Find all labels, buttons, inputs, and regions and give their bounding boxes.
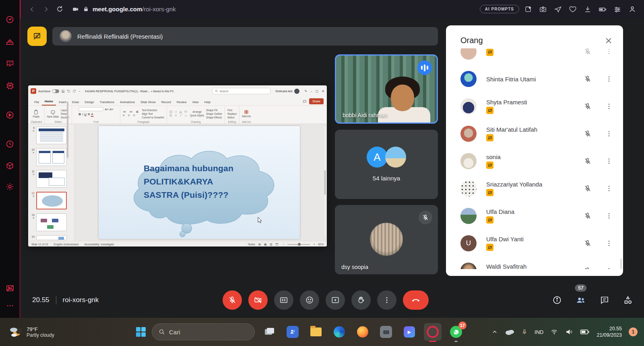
mic-off-icon[interactable]: [584, 267, 592, 269]
ppt-close-button[interactable]: ✕: [322, 89, 324, 93]
ppt-tab-design[interactable]: Design: [82, 99, 97, 106]
share-send-icon[interactable]: [552, 3, 564, 15]
ppt-minimize-button[interactable]: –: [310, 89, 312, 93]
zoom-in-button[interactable]: +: [313, 243, 315, 246]
clock-date[interactable]: 20.55 21/09/2023: [597, 325, 622, 338]
hide-images-icon[interactable]: [2, 280, 18, 296]
shape-fill-button[interactable]: Shape Fill: [206, 109, 222, 112]
slide-scrollbar[interactable]: [324, 126, 326, 237]
settings-gear-icon[interactable]: [2, 178, 18, 195]
ppt-tab-review[interactable]: Review: [174, 99, 190, 106]
text-direction-button[interactable]: Text Direction: [142, 109, 164, 112]
snapshot-camera-icon[interactable]: [537, 3, 549, 15]
autosave-toggle[interactable]: [52, 89, 59, 93]
cleaner-icon[interactable]: [2, 33, 18, 50]
more-options-button[interactable]: [605, 267, 613, 269]
profile-icon[interactable]: [626, 3, 638, 15]
lock-icon[interactable]: [83, 6, 89, 12]
tray-chevron-icon[interactable]: [491, 329, 498, 335]
wifi-icon[interactable]: [550, 328, 558, 336]
bold-button[interactable]: B: [78, 112, 81, 117]
slide-thumbnail-9[interactable]: 9★: [30, 126, 72, 144]
end-call-button[interactable]: [403, 290, 429, 310]
camera-app-icon[interactable]: [377, 323, 395, 341]
shape-effects-button[interactable]: Shape Effects: [206, 116, 222, 119]
weather-widget[interactable]: 79°F Partly cloudy: [9, 326, 54, 338]
reload-icon[interactable]: [53, 2, 66, 16]
quick-styles-button[interactable]: Quick Styles: [190, 114, 204, 117]
gx-corner-icon[interactable]: [2, 11, 18, 27]
teams-icon[interactable]: [284, 323, 301, 341]
play-media-icon[interactable]: [2, 107, 18, 123]
addins-button[interactable]: Add-ins: [242, 110, 251, 118]
chat-button[interactable]: [600, 295, 609, 305]
italic-button[interactable]: I: [82, 112, 83, 117]
mic-off-icon[interactable]: [584, 239, 592, 247]
opera-gx-icon[interactable]: [424, 323, 442, 341]
camera-permission-icon[interactable]: [72, 6, 79, 13]
video-tile-others[interactable]: A 54 lainnya: [335, 130, 438, 199]
ppt-comments-icon[interactable]: [303, 99, 307, 104]
language-indicator[interactable]: IND: [535, 329, 543, 335]
strikethrough-button[interactable]: S: [88, 112, 90, 117]
present-screen-button[interactable]: [326, 290, 345, 310]
new-slide-button[interactable]: New Slide: [47, 110, 59, 118]
select-button[interactable]: Select: [227, 116, 237, 119]
accessibility-status[interactable]: Accessibility: Investigate: [85, 243, 114, 246]
paste-button[interactable]: Paste: [33, 110, 40, 118]
ppt-tab-view[interactable]: View: [189, 99, 201, 106]
whatsapp-icon[interactable]: 17: [447, 323, 465, 341]
slide-thumbnail-13[interactable]: 13★: [30, 213, 72, 231]
mic-off-icon[interactable]: [584, 102, 592, 110]
people-panel-button[interactable]: 57: [576, 295, 586, 305]
video-tile-dsy-soopia[interactable]: dsy soopia: [335, 205, 438, 274]
ppt-account[interactable]: Reflinaldi Aldi: [276, 89, 299, 94]
battery-saver-icon[interactable]: [597, 3, 609, 15]
forward-icon[interactable]: [39, 2, 53, 16]
battery-icon[interactable]: [580, 329, 590, 335]
replace-button[interactable]: Replace: [227, 112, 237, 115]
more-options-button[interactable]: [605, 157, 613, 165]
more-options-button[interactable]: [605, 48, 613, 55]
presentation-muted-chip[interactable]: [27, 27, 47, 46]
ppt-tab-draw[interactable]: Draw: [69, 99, 82, 106]
zoom-level[interactable]: 82%: [318, 243, 324, 246]
ppt-tab-home[interactable]: Home: [42, 98, 56, 106]
notes-button[interactable]: Notes: [248, 243, 255, 246]
ppt-tab-transitions[interactable]: Transitions: [97, 99, 117, 106]
captions-button[interactable]: [274, 290, 293, 310]
view-buttons[interactable]: ▤ ▦ ▥ 🗖: [258, 243, 280, 246]
tray-mic-icon[interactable]: [521, 328, 528, 336]
address-bar[interactable]: meet.google.com/roi-xors-gnk: [72, 6, 176, 13]
gx-mods-chip-icon[interactable]: [2, 78, 18, 94]
back-icon[interactable]: [25, 2, 39, 16]
font-name-box[interactable]: [78, 107, 103, 111]
video-tile-speaker[interactable]: bobbi Aidi rahman: [335, 54, 438, 124]
taskbar-search[interactable]: Cari: [152, 323, 255, 340]
ppt-share-button[interactable]: Share: [309, 98, 324, 104]
more-options-button[interactable]: [605, 130, 613, 137]
easy-setup-icon[interactable]: [522, 3, 534, 15]
align-text-button[interactable]: Align Text: [142, 112, 164, 115]
twitch-icon[interactable]: [2, 56, 18, 72]
more-options-button[interactable]: [605, 212, 613, 220]
sidebar-more-icon[interactable]: [2, 298, 18, 314]
zoom-out-button[interactable]: −: [283, 243, 284, 246]
settings-sliders-icon[interactable]: [611, 3, 623, 15]
ppt-draw-icon[interactable]: ✎: [305, 89, 308, 93]
file-explorer-icon[interactable]: [307, 323, 325, 341]
close-icon[interactable]: [605, 37, 613, 45]
download-icon[interactable]: [582, 3, 594, 15]
edge-icon[interactable]: [330, 323, 348, 341]
raise-hand-button[interactable]: [351, 290, 371, 310]
ppt-tab-animations[interactable]: Animations: [117, 99, 138, 106]
zoom-slider[interactable]: [287, 244, 310, 245]
history-clock-icon[interactable]: [2, 136, 18, 152]
extensions-cube-icon[interactable]: [2, 157, 18, 174]
presenter-banner[interactable]: Reflinaldi Reflinaldi (Presentasi): [52, 27, 438, 46]
mic-off-icon[interactable]: [584, 130, 592, 138]
quick-access-toolbar[interactable]: ⌄: [61, 89, 80, 93]
find-button[interactable]: Find: [227, 109, 237, 112]
shapes-gallery[interactable]: ▢ ○ △ ⬭◇ ☆ ⟋ ⌒: [169, 110, 188, 117]
ppt-tab-help[interactable]: Help: [202, 99, 213, 106]
